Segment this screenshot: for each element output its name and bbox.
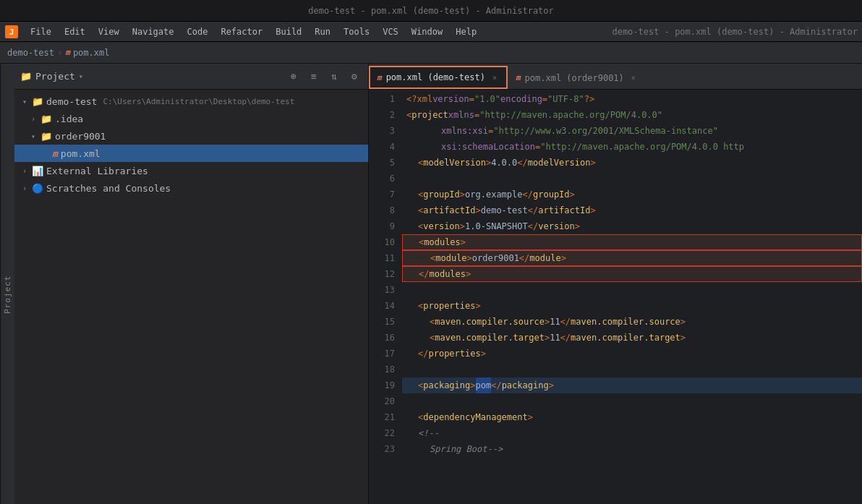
code-line-18: 💡 bbox=[402, 362, 862, 377]
ln-12: 12 bbox=[369, 266, 395, 282]
tree-item-order9001[interactable]: ▾ 📁 order9001 bbox=[14, 127, 368, 145]
svg-text:J: J bbox=[9, 27, 14, 37]
main-layout: Project 📁 Project ▾ ⊕ ≡ ⇅ ⚙ ▾ 📁 demo-tes… bbox=[0, 64, 862, 504]
toolbar-sort-icon[interactable]: ⇅ bbox=[326, 69, 342, 85]
code-area[interactable]: <?xml version="1.0" encoding="UTF-8"?> <… bbox=[402, 90, 862, 504]
ln-14: 14▼ bbox=[369, 298, 395, 314]
ln-21: 21▼ bbox=[369, 409, 395, 425]
ln-2: 2m bbox=[369, 107, 395, 123]
menu-refactor[interactable]: Refactor bbox=[215, 25, 268, 38]
code-line-22: <!-- bbox=[402, 425, 862, 441]
path-demo-test: C:\Users\Administrator\Desktop\demo-test bbox=[103, 97, 294, 106]
arrow-scratches: › bbox=[20, 184, 29, 192]
breadcrumb-file-icon: m bbox=[65, 48, 70, 57]
menubar: J File Edit View Navigate Code Refactor … bbox=[0, 22, 862, 42]
label-scratches: Scratches and Consoles bbox=[46, 183, 171, 194]
project-dropdown-arrow[interactable]: ▾ bbox=[79, 72, 83, 80]
toolbar-collapse-icon[interactable]: ≡ bbox=[306, 69, 322, 85]
scratches-icon: 🔵 bbox=[32, 183, 43, 194]
menu-help[interactable]: Help bbox=[450, 25, 482, 38]
folder-icon-demo-test: 📁 bbox=[32, 96, 43, 107]
module-icon-order9001: 📁 bbox=[40, 131, 52, 142]
tab-close-2[interactable]: × bbox=[628, 73, 639, 83]
tree-item-ext-libs[interactable]: › 📊 External Libraries bbox=[14, 162, 368, 179]
tree-item-scratches[interactable]: › 🔵 Scratches and Consoles bbox=[14, 179, 368, 197]
tab-pom-order9001[interactable]: m pom.xml (order9001) × bbox=[508, 66, 646, 89]
titlebar-text: demo-test - pom.xml (demo-test) - Admini… bbox=[308, 6, 554, 16]
ln-17: 17 bbox=[369, 346, 395, 362]
ln-4: 4 bbox=[369, 139, 395, 155]
ln-7: 7 bbox=[369, 187, 395, 202]
code-line-7: <groupId>org.example</groupId> bbox=[402, 187, 862, 202]
code-line-12: </modules> bbox=[402, 266, 862, 282]
menu-run[interactable]: Run bbox=[309, 25, 336, 38]
project-title: Project bbox=[35, 71, 75, 82]
arrow-ext-libs: › bbox=[20, 167, 29, 175]
ln-1: 1 bbox=[369, 91, 395, 107]
titlebar: demo-test - pom.xml (demo-test) - Admini… bbox=[0, 0, 862, 22]
ln-16: 16 bbox=[369, 330, 395, 346]
breadcrumb-bar: demo-test › m pom.xml bbox=[0, 42, 862, 64]
code-line-23: Spring Boot--> bbox=[402, 441, 862, 457]
app-logo: J bbox=[4, 25, 19, 39]
code-line-3: xmlns:xsi="http://www.w3.org/2001/XMLSch… bbox=[402, 123, 862, 139]
file-icon-pom: m bbox=[52, 148, 58, 159]
menu-navigate[interactable]: Navigate bbox=[127, 25, 180, 38]
project-toolbar: 📁 Project ▾ ⊕ ≡ ⇅ ⚙ bbox=[14, 64, 368, 90]
breadcrumb-sep1: › bbox=[57, 48, 62, 58]
ln-20: 20 bbox=[369, 393, 395, 409]
code-line-21: <dependencyManagement> bbox=[402, 409, 862, 425]
folder-small-icon: 📁 bbox=[20, 71, 32, 82]
ln-23: 23 bbox=[369, 441, 395, 457]
project-tree: ▾ 📁 demo-test C:\Users\Administrator\Des… bbox=[14, 90, 368, 504]
menu-vcs[interactable]: VCS bbox=[377, 25, 404, 38]
breadcrumb-file[interactable]: pom.xml bbox=[73, 48, 110, 58]
tree-item-demo-test[interactable]: ▾ 📁 demo-test C:\Users\Administrator\Des… bbox=[14, 93, 368, 110]
code-line-9: <version>1.0-SNAPSHOT</version> bbox=[402, 218, 862, 234]
ln-8: 8 bbox=[369, 202, 395, 218]
tab-close-1[interactable]: × bbox=[490, 72, 500, 82]
code-line-2: <project xmlns="http://maven.apache.org/… bbox=[402, 107, 862, 123]
menu-code[interactable]: Code bbox=[182, 25, 214, 38]
ln-6: 6 bbox=[369, 171, 395, 187]
arrow-order9001: ▾ bbox=[29, 132, 38, 140]
label-demo-test: demo-test bbox=[46, 96, 97, 107]
tree-item-idea[interactable]: › 📁 .idea bbox=[14, 110, 368, 127]
code-line-13 bbox=[402, 282, 862, 298]
project-side-tab[interactable]: Project bbox=[0, 64, 14, 504]
breadcrumb-project[interactable]: demo-test bbox=[7, 48, 54, 58]
menu-view[interactable]: View bbox=[93, 25, 125, 38]
menu-edit[interactable]: Edit bbox=[59, 25, 91, 38]
editor-area: m pom.xml (demo-test) × m pom.xml (order… bbox=[369, 64, 862, 504]
tree-item-pom-xml[interactable]: m pom.xml bbox=[14, 145, 368, 162]
code-line-4: xsi:schemaLocation="http://maven.apache.… bbox=[402, 139, 862, 155]
tab-pom-demo-test[interactable]: m pom.xml (demo-test) × bbox=[369, 66, 508, 89]
menu-build[interactable]: Build bbox=[270, 25, 307, 38]
editor-content[interactable]: 1 2m 3 4 5 6 7 8 9 10▼ 11 12 13 14▼ 15 1… bbox=[369, 90, 862, 504]
ln-3: 3 bbox=[369, 123, 395, 139]
code-line-15: <maven.compiler.source>11</maven.compile… bbox=[402, 314, 862, 330]
code-line-17: </properties> bbox=[402, 346, 862, 362]
menu-tools[interactable]: Tools bbox=[338, 25, 375, 38]
arrow-idea: › bbox=[29, 115, 38, 123]
ln-18: 18 bbox=[369, 362, 395, 377]
toolbar-add-icon[interactable]: ⊕ bbox=[286, 69, 302, 85]
menu-file[interactable]: File bbox=[25, 25, 57, 38]
code-line-16: <maven.compiler.target>11</maven.compile… bbox=[402, 330, 862, 346]
ln-13: 13 bbox=[369, 282, 395, 298]
ln-5: 5 bbox=[369, 155, 395, 171]
ln-9: 9 bbox=[369, 218, 395, 234]
code-line-19: <packaging>pom</packaging> bbox=[402, 377, 862, 393]
tab-icon-1: m bbox=[377, 73, 382, 82]
window-title-menu: demo-test - pom.xml (demo-test) - Admini… bbox=[612, 27, 858, 37]
toolbar-settings-icon[interactable]: ⚙ bbox=[346, 69, 362, 85]
label-idea: .idea bbox=[55, 114, 83, 124]
code-line-5: <modelVersion>4.0.0</modelVersion> bbox=[402, 155, 862, 171]
project-panel: 📁 Project ▾ ⊕ ≡ ⇅ ⚙ ▾ 📁 demo-test C:\Use… bbox=[14, 64, 369, 504]
menu-window[interactable]: Window bbox=[406, 25, 448, 38]
label-order9001: order9001 bbox=[55, 131, 106, 142]
ln-11: 11 bbox=[369, 250, 395, 266]
tab-bar: m pom.xml (demo-test) × m pom.xml (order… bbox=[369, 64, 862, 90]
label-pom-xml: pom.xml bbox=[61, 148, 101, 159]
tab-label-2: pom.xml (order9001) bbox=[525, 73, 624, 83]
